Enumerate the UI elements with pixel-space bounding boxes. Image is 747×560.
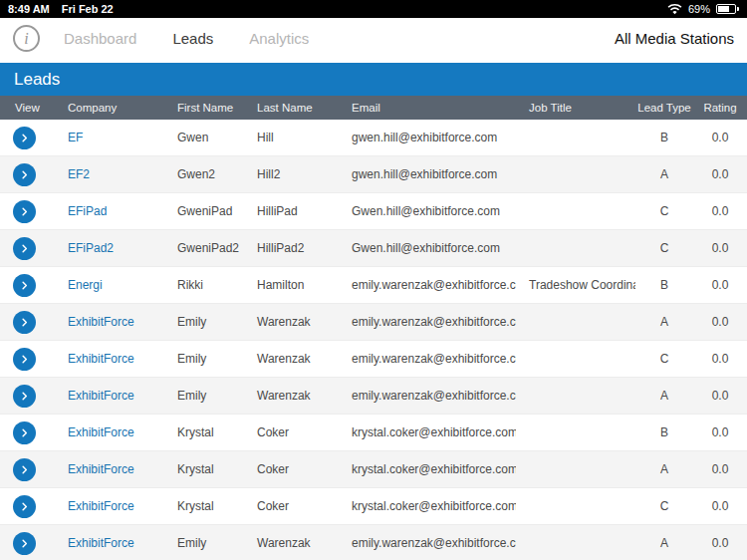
cell-first-name: Krystal xyxy=(164,425,244,439)
table-body: EF Gwen Hill gwen.hill@exhibitforce.com … xyxy=(0,120,747,560)
cell-first-name: Krystal xyxy=(164,462,244,476)
status-time: 8:49 AM xyxy=(8,3,50,15)
cell-job-title: Tradeshow Coordinator xyxy=(516,278,635,292)
cell-last-name: Hill2 xyxy=(244,167,339,181)
view-lead-button[interactable] xyxy=(13,274,36,297)
view-lead-button[interactable] xyxy=(13,495,36,518)
column-header-email: Email xyxy=(339,102,516,114)
cell-rating: 0.0 xyxy=(693,167,747,181)
cell-lead-type: B xyxy=(635,425,693,439)
cell-email: gwen.hill@exhibitforce.com xyxy=(339,131,516,144)
table-row: EF Gwen Hill gwen.hill@exhibitforce.com … xyxy=(0,120,747,156)
view-lead-button[interactable] xyxy=(13,458,36,481)
cell-view xyxy=(0,127,55,149)
column-header-rating: Rating xyxy=(693,102,747,114)
cell-last-name: Warenzak xyxy=(244,315,339,329)
table-row: ExhibitForce Krystal Coker krystal.coker… xyxy=(0,488,747,525)
cell-company-link[interactable]: ExhibitForce xyxy=(55,425,164,439)
cell-last-name: HilliPad2 xyxy=(244,241,339,255)
cell-lead-type: B xyxy=(635,131,693,144)
cell-lead-type: A xyxy=(635,389,693,403)
cell-company-link[interactable]: ExhibitForce xyxy=(55,462,164,476)
view-lead-button[interactable] xyxy=(13,385,36,408)
view-lead-button[interactable] xyxy=(13,163,36,186)
cell-first-name: Gwen xyxy=(164,131,244,144)
page-title: Leads xyxy=(14,70,60,90)
cell-email: emily.warenzak@exhibitforce.com xyxy=(339,536,516,550)
cell-company-link[interactable]: ExhibitForce xyxy=(55,315,164,329)
column-header-first-name: First Name xyxy=(164,102,244,114)
navbar: i Dashboard Leads Analytics All Media St… xyxy=(0,18,747,59)
cell-rating: 0.0 xyxy=(693,536,747,550)
view-lead-button[interactable] xyxy=(13,532,36,555)
cell-view xyxy=(0,421,55,444)
cell-email: emily.warenzak@exhibitforce.com xyxy=(339,352,516,366)
tab-leads[interactable]: Leads xyxy=(172,30,213,47)
battery-icon xyxy=(716,4,739,14)
chevron-right-icon xyxy=(19,317,30,328)
cell-last-name: Coker xyxy=(244,499,339,513)
view-lead-button[interactable] xyxy=(13,237,36,260)
battery-percent: 69% xyxy=(688,3,710,15)
cell-company-link[interactable]: ExhibitForce xyxy=(55,499,164,513)
column-header-job-title: Job Title xyxy=(516,102,635,114)
cell-first-name: GweniPad xyxy=(164,204,244,218)
cell-company-link[interactable]: ExhibitForce xyxy=(55,389,164,403)
table-header: View Company First Name Last Name Email … xyxy=(0,96,747,120)
view-lead-button[interactable] xyxy=(13,421,36,444)
cell-view xyxy=(0,458,55,481)
cell-last-name: Hill xyxy=(244,131,339,144)
nav-tabs: Dashboard Leads Analytics xyxy=(64,30,309,47)
all-media-stations-button[interactable]: All Media Stations xyxy=(615,30,734,47)
cell-lead-type: C xyxy=(635,499,693,513)
cell-lead-type: A xyxy=(635,167,693,181)
cell-company-link[interactable]: EF2 xyxy=(55,167,164,181)
cell-company-link[interactable]: EFiPad xyxy=(55,204,164,218)
cell-email: krystal.coker@exhibitforce.com xyxy=(339,425,516,439)
chevron-right-icon xyxy=(19,427,30,438)
tab-dashboard[interactable]: Dashboard xyxy=(64,30,136,47)
table-row: ExhibitForce Emily Warenzak emily.warenz… xyxy=(0,525,747,560)
view-lead-button[interactable] xyxy=(13,127,36,149)
cell-email: krystal.coker@exhibitforce.com xyxy=(339,462,516,476)
status-date: Fri Feb 22 xyxy=(62,3,114,15)
table-row: ExhibitForce Krystal Coker krystal.coker… xyxy=(0,415,747,451)
cell-first-name: Krystal xyxy=(164,499,244,513)
cell-company-link[interactable]: Energi xyxy=(55,278,164,292)
cell-company-link[interactable]: EFiPad2 xyxy=(55,241,164,255)
cell-first-name: Emily xyxy=(164,536,244,550)
chevron-right-icon xyxy=(19,354,30,365)
cell-company-link[interactable]: EF xyxy=(55,131,164,144)
table-row: Energi Rikki Hamilton emily.warenzak@exh… xyxy=(0,267,747,304)
view-lead-button[interactable] xyxy=(13,200,36,223)
cell-rating: 0.0 xyxy=(693,389,747,403)
cell-company-link[interactable]: ExhibitForce xyxy=(55,536,164,550)
table-row: ExhibitForce Emily Warenzak emily.warenz… xyxy=(0,304,747,341)
chevron-right-icon xyxy=(19,538,30,549)
chevron-right-icon xyxy=(19,464,30,475)
column-header-lead-type: Lead Type xyxy=(635,102,693,114)
cell-view xyxy=(0,348,55,371)
cell-last-name: Warenzak xyxy=(244,389,339,403)
tab-analytics[interactable]: Analytics xyxy=(249,30,309,47)
column-header-view: View xyxy=(0,102,55,114)
chevron-right-icon xyxy=(19,243,30,254)
view-lead-button[interactable] xyxy=(13,348,36,371)
cell-email: Gwen.hill@exhibitforce.com xyxy=(339,241,516,255)
cell-rating: 0.0 xyxy=(693,315,747,329)
cell-rating: 0.0 xyxy=(693,278,747,292)
view-lead-button[interactable] xyxy=(13,311,36,334)
cell-lead-type: C xyxy=(635,241,693,255)
cell-email: emily.warenzak@exhibitforce.com xyxy=(339,278,516,292)
chevron-right-icon xyxy=(19,133,30,143)
status-bar: 8:49 AM Fri Feb 22 69% xyxy=(0,0,747,18)
cell-lead-type: B xyxy=(635,278,693,292)
cell-first-name: GweniPad2 xyxy=(164,241,244,255)
column-header-company: Company xyxy=(55,102,164,114)
app-logo-icon: i xyxy=(13,25,40,52)
cell-first-name: Rikki xyxy=(164,278,244,292)
cell-company-link[interactable]: ExhibitForce xyxy=(55,352,164,366)
cell-lead-type: C xyxy=(635,204,693,218)
cell-lead-type: A xyxy=(635,462,693,476)
cell-lead-type: A xyxy=(635,315,693,329)
